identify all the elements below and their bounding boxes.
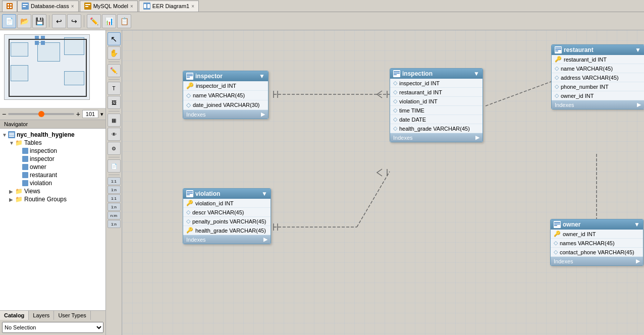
tree-root[interactable]: ▼ nyc_health_hygiene — [2, 131, 103, 139]
svg-rect-46 — [394, 74, 397, 75]
inspector-footer[interactable]: Indexes ▶ — [183, 110, 268, 119]
rel-1n-tool1[interactable]: 1:n — [108, 186, 121, 194]
routine-tool[interactable]: ⚙ — [108, 142, 121, 155]
zoom-dropdown[interactable]: ▾ — [100, 111, 103, 118]
tab-close[interactable]: × — [191, 4, 194, 9]
diamond-icon: ◇ — [555, 83, 559, 90]
violation-footer[interactable]: Indexes ▶ — [183, 235, 271, 244]
table-restaurant[interactable]: restaurant — [2, 171, 103, 179]
key-icon: 🔑 — [186, 200, 193, 206]
inspector-title: inspector — [195, 73, 223, 80]
indexes-label: Indexes — [555, 102, 574, 108]
owner-footer[interactable]: Indexes ▶ — [551, 257, 643, 265]
inspection-field-insp: ◇ inspector_id INT — [390, 79, 482, 88]
inspection-field-date: ◇ date DATE — [390, 115, 482, 124]
edit-button[interactable]: ✏️ — [87, 14, 101, 28]
table-tool[interactable]: ▦ — [108, 114, 121, 127]
text-tool[interactable]: T — [108, 82, 121, 95]
restaurant-field-name: ◇ name VARCHAR(45) — [552, 64, 644, 73]
violation-expand[interactable]: ▼ — [261, 190, 267, 197]
svg-rect-3 — [8, 7, 9, 8]
table-inspector-erd[interactable]: inspector ▼ 🔑 inspector_id INT ◇ name VA… — [183, 71, 269, 119]
svg-rect-58 — [554, 225, 557, 226]
rel-1n-tool3[interactable]: 1:n — [108, 220, 121, 228]
rel-11-tool[interactable]: 1:1 — [108, 177, 121, 185]
zoom-slider[interactable] — [8, 113, 74, 115]
indexes-arrow: ▶ — [261, 111, 265, 118]
toolbar-sep2 — [84, 15, 84, 27]
inspection-footer[interactable]: Indexes ▶ — [390, 133, 482, 142]
restaurant-header: restaurant ▼ — [552, 45, 644, 55]
tab-database-class[interactable]: Database-class × — [17, 1, 79, 12]
tables-group[interactable]: ▼ 📁 Tables — [2, 139, 103, 147]
open-button[interactable]: 📂 — [17, 14, 31, 28]
table-violation-erd[interactable]: violation ▼ 🔑 violation_id INT ◇ descr V… — [183, 188, 271, 244]
routines-group[interactable]: ▶ 📁 Routine Groups — [2, 195, 103, 203]
indexes-label: Indexes — [554, 258, 573, 264]
rel-11-tool2[interactable]: 1:1 — [108, 194, 121, 202]
db-icon — [22, 3, 29, 10]
vtool-sep1 — [109, 62, 120, 62]
select-tool[interactable]: ↖ — [108, 32, 121, 45]
layer-tool[interactable]: 📄 — [108, 159, 121, 173]
selection-dropdown[interactable]: No Selection — [2, 322, 103, 333]
svg-rect-21 — [22, 172, 28, 178]
inspector-expand[interactable]: ▼ — [259, 73, 265, 80]
restaurant-expand[interactable]: ▼ — [635, 46, 641, 53]
views-group[interactable]: ▶ 📁 Views — [2, 187, 103, 195]
table-inspector[interactable]: inspector — [2, 155, 103, 163]
pencil-tool[interactable]: ✏️ — [108, 64, 121, 77]
table-inspection[interactable]: inspection — [2, 147, 103, 155]
table-inspection-erd[interactable]: inspection ▼ ◇ inspector_id INT ◇ restau… — [390, 68, 483, 142]
tab-close[interactable]: × — [71, 4, 74, 9]
tab-mysql-model[interactable]: MySQL Model × — [80, 1, 138, 12]
catalog-tab[interactable]: Catalog — [0, 311, 29, 320]
restaurant-footer[interactable]: Indexes ▶ — [552, 100, 644, 109]
table-violation[interactable]: violation — [2, 179, 103, 187]
tab-eer-diagram[interactable]: EER Diagram1 × — [139, 1, 199, 12]
restaurant-field-owner: ◇ owner_id INT — [552, 91, 644, 100]
layers-tab[interactable]: Layers — [29, 311, 54, 320]
home-tab[interactable] — [2, 1, 17, 12]
views-label: Views — [24, 188, 40, 195]
table-owner[interactable]: owner — [2, 163, 103, 171]
table-name: inspector — [30, 155, 55, 162]
violation-field-descr: ◇ descr VARCHAR(45) — [183, 208, 271, 217]
left-sidebar: − + 101 ▾ Navigator ▼ nyc_health_hygiene… — [0, 30, 106, 335]
tables-arrow: ▼ — [9, 140, 15, 146]
view-tool[interactable]: 👁 — [108, 128, 121, 141]
diamond-icon: ◇ — [393, 107, 397, 114]
zoom-value[interactable]: 101 — [82, 110, 98, 118]
copy-button[interactable]: 📋 — [117, 14, 131, 28]
zoom-bar[interactable]: − + 101 ▾ — [0, 108, 105, 120]
save-button[interactable]: 💾 — [32, 14, 46, 28]
field-name: contact_phone VARCHAR(45) — [560, 249, 634, 255]
table-owner-erd[interactable]: owner ▼ 🔑 owner_id INT ◇ names VARCHAR(4… — [550, 219, 643, 266]
table-header-icon — [555, 46, 562, 53]
vtool-sep3 — [109, 111, 120, 111]
field-name: name VARCHAR(45) — [561, 66, 613, 72]
owner-expand[interactable]: ▼ — [634, 221, 640, 228]
routines-label: Routine Groups — [24, 196, 67, 203]
image-tool[interactable]: 🖼 — [108, 96, 121, 109]
rel-1n-tool2[interactable]: 1:n — [108, 203, 121, 211]
db-root-label[interactable]: nyc_health_hygiene — [17, 131, 75, 138]
inspection-expand[interactable]: ▼ — [473, 70, 479, 77]
chart-button[interactable]: 📊 — [102, 14, 116, 28]
zoom-out-button[interactable]: − — [2, 110, 6, 118]
undo-button[interactable]: ↩ — [52, 14, 66, 28]
field-name: violation_id INT — [399, 98, 438, 104]
redo-button[interactable]: ↪ — [67, 14, 81, 28]
usertypes-tab[interactable]: User Types — [54, 311, 90, 320]
navigator-tab[interactable]: Navigator — [0, 120, 105, 128]
rel-nm-tool[interactable]: n:m — [108, 211, 121, 219]
zoom-in-button[interactable]: + — [76, 110, 80, 118]
diagram-area[interactable]: inspector ▼ 🔑 inspector_id INT ◇ name VA… — [122, 30, 644, 335]
tab-close[interactable]: × — [130, 4, 133, 9]
navigator-thumb[interactable] — [0, 30, 105, 108]
hand-tool[interactable]: ✋ — [108, 46, 121, 60]
table-restaurant-erd[interactable]: restaurant ▼ 🔑 restaurant_id INT ◇ name … — [551, 44, 644, 109]
svg-rect-45 — [394, 73, 400, 74]
new-button[interactable]: 📄 — [2, 14, 16, 28]
svg-line-29 — [357, 172, 390, 227]
